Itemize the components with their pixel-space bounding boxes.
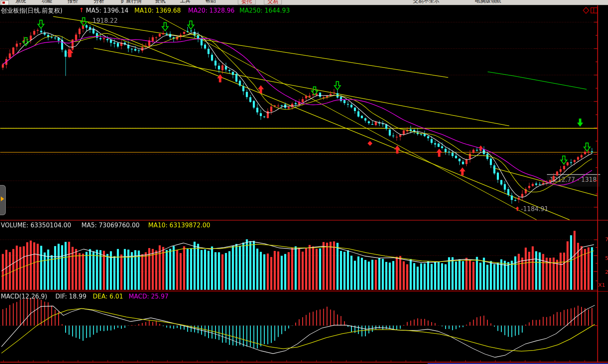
ma250-value: MA250: 1644.93 (239, 7, 290, 14)
macd-dif: DIF: 18.99 (55, 293, 86, 300)
volume-ma5: MA5: 73069760.00 (81, 222, 140, 229)
ma10-value: MA10: 1369.68 (134, 7, 181, 14)
menu-item-tools[interactable]: 工具 (180, 0, 191, 4)
flyout-arrow-icon (1, 196, 4, 201)
ma20-value: MA20: 1328.96 (188, 7, 235, 14)
corner-tools (583, 7, 598, 14)
macd-value: MACD: 25.97 (129, 293, 169, 300)
sidebar-flyout-handle[interactable] (0, 185, 6, 215)
menu-item-system[interactable]: 系统 (15, 0, 26, 4)
menu-item-function[interactable]: 功能 (42, 0, 52, 4)
diamond-tool-icon[interactable] (583, 7, 589, 13)
low-price-label: -1184.91 (521, 205, 548, 213)
app-window: 系统 功能 报价 分析 扩展行情 资讯 工具 帮助 委托 交易 交易不全示 电脑… (0, 0, 608, 364)
macd-name: MACD(12,26,9) (1, 293, 47, 300)
menu-bar: 系统 功能 报价 分析 扩展行情 资讯 工具 帮助 委托 交易 交易不全示 电脑… (0, 0, 608, 5)
menu-item-info[interactable]: 资讯 (155, 0, 165, 4)
menu-item-extended[interactable]: 扩展行情 (121, 0, 142, 4)
app-icon[interactable] (1, 0, 9, 5)
chart-title: 创业板指(日线.前复权) (1, 7, 62, 15)
menu-button-trade[interactable]: 交易 (264, 0, 282, 4)
vol-axis-digit: 5 (605, 255, 608, 261)
volume-value: VOLUME: 63350104.00 (1, 222, 71, 229)
vol-axis-digit: 2 (605, 269, 608, 275)
scale-x1-label: X1 (598, 282, 605, 288)
peak-price-label: 1918.22 (92, 17, 118, 24)
menu-item-analysis[interactable]: 分析 (94, 0, 104, 4)
ma5-value: MA5: 1396.14 (86, 7, 129, 14)
menu-right-text-2: 电脑版领航 (475, 0, 501, 4)
macd-dea: DEA: 6.01 (93, 293, 123, 300)
menu-button-trade-entrust[interactable]: 委托 (238, 0, 256, 4)
menu-item-quote[interactable]: 报价 (68, 0, 78, 4)
up-arrow-icon: ↑ (79, 7, 84, 14)
menu-item-help[interactable]: 帮助 (205, 0, 216, 4)
app-logo-icon (2, 2, 5, 4)
menu-right-text-1: 交易不全示 (413, 0, 439, 4)
kline-chart-canvas[interactable] (0, 0, 608, 364)
window-split-icon[interactable] (591, 8, 597, 13)
vol-axis-digit: 7 (605, 236, 608, 242)
volume-ma10: MA10: 63139872.00 (148, 222, 210, 229)
